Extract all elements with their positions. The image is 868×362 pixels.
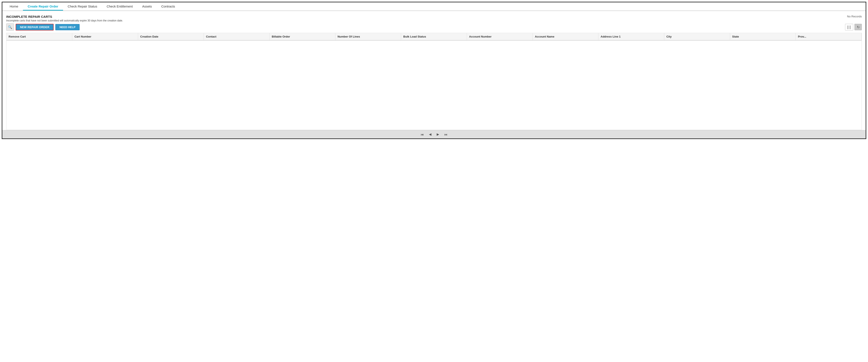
nav-tab-create-repair-order[interactable]: Create Repair Order bbox=[23, 2, 63, 10]
prev-page-icon: ◀ bbox=[429, 132, 432, 136]
section-heading-block: INCOMPLETE REPAIR CARTS Incomplete carts… bbox=[6, 15, 123, 22]
col-header-billable-order: Billable Order bbox=[270, 33, 336, 40]
main-content: INCOMPLETE REPAIR CARTS Incomplete carts… bbox=[2, 11, 866, 130]
col-header-remove-cart: Remove Cart bbox=[6, 33, 72, 40]
need-help-button[interactable]: NEED HELP bbox=[55, 24, 80, 30]
last-page-icon: ⏭ bbox=[444, 132, 447, 136]
new-repair-order-button[interactable]: NEW REPAIR ORDER bbox=[16, 24, 54, 30]
no-records-label: No Records bbox=[847, 15, 862, 18]
table-header: Remove CartCart NumberCreation DateConta… bbox=[6, 33, 862, 40]
repair-carts-table: Remove CartCart NumberCreation DateConta… bbox=[6, 33, 862, 40]
col-header-number-of-lines: Number Of Lines bbox=[335, 33, 401, 40]
columns-button[interactable]: ||| bbox=[845, 24, 853, 30]
section-subtitle: Incomplete carts that have not been subm… bbox=[6, 19, 123, 22]
refresh-icon: ↻ bbox=[857, 25, 860, 29]
nav-tab-check-repair-status[interactable]: Check Repair Status bbox=[63, 2, 102, 10]
pagination-bar: ⏮ ◀ ▶ ⏭ bbox=[2, 130, 866, 139]
section-header-row: INCOMPLETE REPAIR CARTS Incomplete carts… bbox=[6, 15, 862, 22]
toolbar-right: ||| ↻ bbox=[845, 24, 862, 30]
col-header-account-number: Account Number bbox=[467, 33, 532, 40]
col-header-province: Prov... bbox=[796, 33, 862, 40]
col-header-cart-number: Cart Number bbox=[72, 33, 138, 40]
col-header-contact: Contact bbox=[204, 33, 270, 40]
col-header-creation-date: Creation Date bbox=[138, 33, 204, 40]
col-header-address-line-1: Address Line 1 bbox=[598, 33, 664, 40]
search-button[interactable]: 🔍 bbox=[6, 23, 14, 31]
search-icon: 🔍 bbox=[8, 25, 12, 29]
col-header-account-name: Account Name bbox=[532, 33, 598, 40]
last-page-button[interactable]: ⏭ bbox=[443, 132, 449, 137]
app-container: HomeCreate Repair OrderCheck Repair Stat… bbox=[2, 2, 866, 139]
next-page-icon: ▶ bbox=[437, 132, 439, 136]
refresh-button[interactable]: ↻ bbox=[855, 24, 862, 30]
table-wrapper: Remove CartCart NumberCreation DateConta… bbox=[6, 33, 862, 130]
nav-tab-home[interactable]: Home bbox=[5, 2, 23, 10]
nav-tab-check-entitlement[interactable]: Check Entitlement bbox=[102, 2, 137, 10]
first-page-button[interactable]: ⏮ bbox=[419, 132, 425, 137]
col-header-city: City bbox=[664, 33, 730, 40]
first-page-icon: ⏮ bbox=[421, 132, 424, 136]
columns-icon: ||| bbox=[847, 25, 851, 29]
nav-tab-contracts[interactable]: Contracts bbox=[157, 2, 180, 10]
col-header-bulk-load-status: Bulk Load Status bbox=[401, 33, 467, 40]
nav-tab-assets[interactable]: Assets bbox=[137, 2, 157, 10]
section-title: INCOMPLETE REPAIR CARTS bbox=[6, 15, 123, 19]
next-page-button[interactable]: ▶ bbox=[435, 132, 440, 137]
toolbar: 🔍 NEW REPAIR ORDER NEED HELP ||| ↻ bbox=[6, 23, 862, 31]
table-header-row: Remove CartCart NumberCreation DateConta… bbox=[6, 33, 862, 40]
prev-page-button[interactable]: ◀ bbox=[428, 132, 433, 137]
col-header-state: State bbox=[730, 33, 796, 40]
nav-bar: HomeCreate Repair OrderCheck Repair Stat… bbox=[2, 2, 866, 11]
